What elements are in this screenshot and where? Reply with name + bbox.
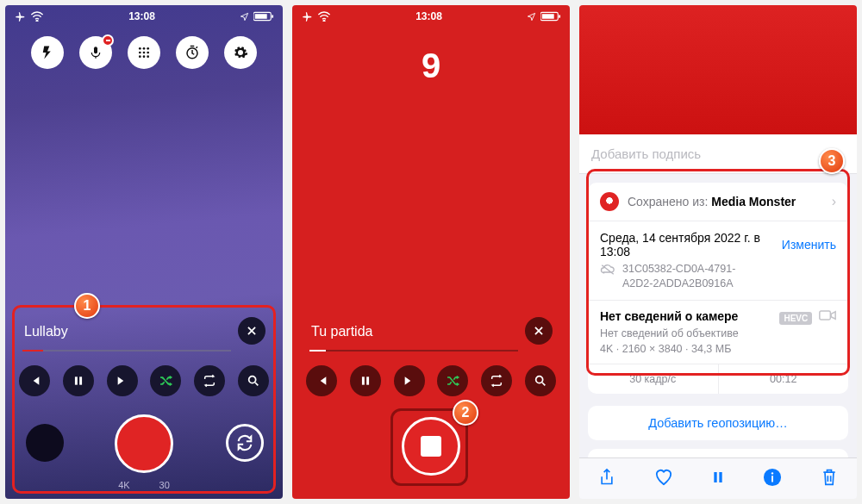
svg-rect-20	[542, 14, 554, 19]
edit-date-button[interactable]: Изменить	[782, 238, 836, 252]
svg-point-9	[143, 52, 146, 54]
fps-duration-row: 30 кадр/с 00:12	[588, 364, 848, 394]
airplane-icon	[14, 10, 26, 22]
add-geolocation-button[interactable]: Добавить геопозицию…	[588, 406, 848, 440]
media-meta: 4K · 2160 × 3840 · 34,3 МБ	[588, 341, 848, 364]
svg-rect-26	[714, 472, 716, 482]
svg-point-6	[143, 47, 146, 50]
svg-point-18	[323, 20, 325, 22]
search-music-button[interactable]	[525, 365, 556, 396]
close-music-button[interactable]	[525, 317, 553, 345]
svg-point-30	[771, 472, 773, 474]
svg-rect-25	[820, 311, 831, 320]
svg-point-13	[147, 55, 149, 58]
svg-point-12	[143, 55, 146, 58]
status-bar: 13:08	[5, 5, 283, 28]
saved-from-text: Сохранено из: Media Monster	[628, 195, 823, 208]
battery-icon	[253, 11, 274, 22]
svg-rect-21	[559, 15, 560, 18]
uuid-row: 31C05382-CD0A-4791- A2D2-2ADDA2B0916A	[588, 262, 848, 301]
battery-icon	[540, 11, 561, 22]
play-pause-button[interactable]	[711, 470, 725, 488]
location-icon	[527, 12, 536, 22]
repeat-button[interactable]	[481, 365, 512, 396]
app-icon	[600, 192, 619, 211]
mic-disabled-badge	[102, 34, 114, 47]
clock: 13:08	[415, 10, 442, 22]
location-icon	[240, 12, 249, 22]
date-row: Среда, 14 сентября 2022 г. в 13:08 Измен…	[588, 221, 848, 262]
share-button[interactable]	[598, 468, 615, 490]
highlight-box-1	[12, 305, 276, 494]
screen-recorder-setup: 13:08 Lullaby	[5, 5, 283, 499]
capture-date: Среда, 14 сентября 2022 г. в 13:08	[600, 231, 782, 258]
track-title: Tu partida	[311, 324, 372, 339]
top-toolbar	[5, 28, 283, 72]
info-button[interactable]	[763, 468, 782, 490]
airplane-icon	[301, 10, 313, 22]
favorite-button[interactable]	[654, 469, 673, 489]
svg-rect-3	[272, 15, 273, 18]
wifi-icon	[317, 11, 331, 22]
svg-point-8	[139, 52, 141, 54]
status-bar: 13:08	[292, 5, 570, 28]
caption-input[interactable]: Добавить подпись	[579, 134, 857, 174]
clock: 13:08	[128, 10, 155, 22]
video-preview-area[interactable]	[579, 5, 857, 134]
callout-2: 2	[453, 400, 478, 426]
svg-rect-22	[362, 376, 365, 384]
mic-button[interactable]	[79, 36, 112, 69]
shuffle-button[interactable]	[437, 365, 468, 396]
chevron-right-icon: ›	[832, 194, 836, 209]
svg-point-0	[36, 20, 38, 22]
media-info-card: Сохранено из: Media Monster › Среда, 14 …	[588, 183, 848, 394]
callout-3: 3	[819, 148, 845, 174]
svg-rect-23	[366, 376, 369, 384]
prev-track-button[interactable]	[306, 365, 337, 396]
svg-rect-4	[94, 47, 97, 53]
camera-row: Нет сведений о камере HEVC	[588, 301, 848, 327]
codec-and-icon: HEVC	[779, 309, 836, 324]
track-progress[interactable]	[309, 350, 518, 352]
flash-button[interactable]	[31, 36, 64, 69]
saved-from-row[interactable]: Сохранено из: Media Monster ›	[588, 183, 848, 221]
duration-value: 00:12	[719, 364, 849, 394]
callout-1: 1	[74, 293, 100, 319]
fps-value: 30 кадр/с	[588, 364, 719, 394]
svg-rect-27	[719, 472, 721, 482]
delete-button[interactable]	[821, 468, 838, 490]
close-icon	[533, 325, 545, 337]
countdown-number: 9	[292, 47, 570, 85]
wifi-icon	[30, 11, 44, 22]
svg-rect-2	[255, 14, 267, 19]
pause-button[interactable]	[350, 365, 381, 396]
svg-point-7	[147, 47, 149, 50]
grid-button[interactable]	[128, 36, 160, 69]
next-track-button[interactable]	[394, 365, 425, 396]
no-lens-text: Нет сведений об объективе	[588, 327, 848, 341]
svg-point-5	[139, 47, 141, 50]
svg-point-11	[139, 55, 141, 58]
svg-rect-29	[771, 476, 773, 482]
svg-point-10	[147, 52, 149, 54]
no-camera-text: Нет сведений о камере	[600, 309, 738, 323]
screen-recording-countdown: 13:08 9 Tu partida 2	[292, 5, 570, 499]
codec-badge: HEVC	[779, 312, 812, 325]
photos-bottom-toolbar	[579, 457, 857, 499]
settings-button[interactable]	[224, 36, 257, 69]
screen-photos-info: Добавить подпись Сохранено из: Media Mon…	[579, 5, 857, 499]
timer-button[interactable]	[176, 36, 209, 69]
video-icon	[819, 309, 836, 321]
cloud-off-icon	[600, 264, 615, 276]
svg-point-24	[536, 376, 543, 383]
music-controls	[306, 365, 556, 396]
